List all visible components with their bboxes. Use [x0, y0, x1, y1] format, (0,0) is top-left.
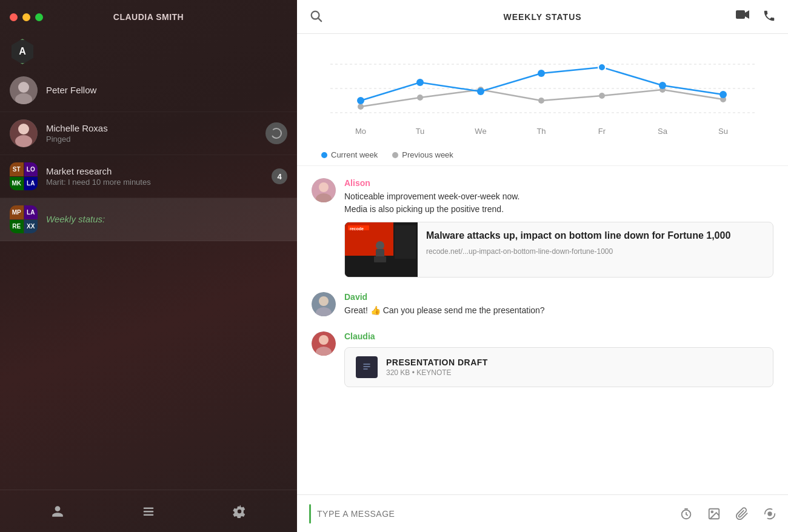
group-cell-2: MK	[10, 177, 24, 191]
svg-text:Sa: Sa	[658, 127, 668, 136]
message-sender-claudia: Claudia	[344, 331, 773, 341]
svg-text:recode: recode	[350, 227, 364, 231]
svg-point-24	[416, 79, 424, 86]
svg-point-27	[598, 64, 606, 71]
menu-icon-button[interactable]	[139, 502, 158, 521]
message-text-david: Great! 👍 Can you please send me the pres…	[344, 304, 773, 317]
svg-point-38	[319, 182, 329, 192]
message-input[interactable]	[317, 509, 672, 519]
traffic-light-red[interactable]	[10, 13, 18, 21]
search-icon[interactable]	[309, 9, 322, 25]
file-info: PRESENTATION DRAFT 320 KB • KEYNOTE	[386, 357, 488, 377]
svg-text:Su: Su	[718, 127, 728, 136]
svg-rect-47	[395, 225, 416, 259]
video-call-icon[interactable]	[736, 9, 750, 25]
contact-name-peter: Peter Fellow	[46, 85, 287, 95]
contact-list: Peter Fellow Michelle Roxas Pinged	[0, 69, 297, 490]
svg-point-29	[720, 91, 727, 98]
paperclip-icon-button[interactable]	[733, 505, 750, 522]
legend-previous: Previous week	[392, 150, 453, 159]
contact-preview-market: Marit: I need 10 more minutes	[46, 178, 272, 187]
contact-item-peter[interactable]: Peter Fellow	[0, 69, 297, 112]
chart-svg: Mo Tu We Th Fr Sa Su	[315, 46, 770, 143]
avatar-alison	[312, 178, 336, 202]
weekly-cell-2: RE	[10, 220, 24, 234]
legend-dot-current	[321, 152, 327, 158]
weekly-cell-3: XX	[24, 220, 38, 234]
svg-text:We: We	[475, 127, 486, 136]
weekly-cell-1: LA	[24, 205, 38, 219]
contact-info-michelle: Michelle Roxas Pinged	[46, 123, 265, 144]
main-content: Mo Tu We Th Fr Sa Su Current week Previo…	[297, 34, 788, 494]
file-meta: 320 KB • KEYNOTE	[386, 368, 488, 377]
contact-name-market: Market research	[46, 166, 272, 176]
message-sender-david: David	[344, 292, 773, 302]
weekly-cell-0: MP	[10, 205, 24, 219]
svg-line-11	[318, 18, 321, 21]
avatar-michelle	[10, 119, 38, 147]
sidebar-header: CLAUDIA SMITH	[0, 0, 297, 34]
main-title: WEEKLY STATUS	[503, 12, 581, 22]
sidebar: CLAUDIA SMITH A Peter Fellow	[0, 0, 297, 532]
svg-rect-46	[374, 256, 386, 262]
user-avatar-bar: A	[0, 34, 297, 69]
main-panel: WEEKLY STATUS	[297, 0, 788, 532]
badge-spinner-michelle	[265, 122, 287, 144]
svg-point-5	[15, 135, 32, 147]
messages-area: Alison Noticeable improvement week-over-…	[297, 166, 788, 414]
header-actions	[736, 9, 776, 25]
badge-market: 4	[272, 168, 287, 184]
message-body-david: David Great! 👍 Can you please send me th…	[344, 292, 773, 317]
svg-rect-8	[144, 511, 154, 512]
group-cell-3: LA	[24, 177, 38, 191]
chart-legend: Current week Previous week	[315, 150, 770, 159]
svg-point-25	[477, 88, 484, 95]
send-spinner-icon-button[interactable]	[761, 505, 778, 522]
contact-item-market[interactable]: ST LO MK LA Market research Marit: I nee…	[0, 155, 297, 198]
message-sender-alison: Alison	[344, 178, 773, 188]
contact-info-market: Market research Marit: I need 10 more mi…	[46, 166, 272, 187]
file-attachment[interactable]: PRESENTATION DRAFT 320 KB • KEYNOTE	[344, 347, 773, 387]
svg-rect-9	[144, 514, 154, 515]
link-preview[interactable]: recode Malware attacks up,	[344, 222, 773, 278]
main-header: WEEKLY STATUS	[297, 0, 788, 34]
person-icon-button[interactable]	[48, 502, 67, 521]
svg-point-20	[599, 93, 605, 99]
chart-area: Mo Tu We Th Fr Sa Su Current week Previo…	[297, 34, 788, 166]
svg-point-59	[768, 512, 772, 516]
svg-point-17	[417, 95, 423, 101]
svg-point-28	[659, 82, 666, 89]
group-cell-0: ST	[10, 162, 24, 176]
avatar-market: ST LO MK LA	[10, 162, 38, 190]
input-border	[309, 504, 311, 524]
contact-item-michelle[interactable]: Michelle Roxas Pinged	[0, 112, 297, 155]
traffic-light-green[interactable]	[35, 13, 43, 21]
svg-point-57	[711, 511, 713, 513]
file-name: PRESENTATION DRAFT	[386, 357, 488, 367]
contact-name-weekly: Weekly status:	[46, 214, 287, 224]
avatar-david	[312, 292, 336, 316]
legend-dot-previous	[392, 152, 398, 158]
file-icon	[356, 356, 378, 378]
contact-preview-michelle: Pinged	[46, 135, 265, 144]
timer-icon-button[interactable]	[678, 505, 695, 522]
settings-icon-button[interactable]	[230, 502, 249, 521]
traffic-light-yellow[interactable]	[22, 13, 30, 21]
svg-point-1	[18, 82, 29, 93]
svg-point-52	[319, 335, 329, 345]
traffic-lights	[10, 13, 43, 21]
svg-point-19	[538, 98, 544, 104]
message-text-alison: Noticeable improvement week-over-week no…	[344, 190, 773, 216]
user-avatar[interactable]: A	[10, 39, 35, 64]
contact-item-weekly[interactable]: MP LA RE XX Weekly status:	[0, 198, 297, 241]
link-url: recode.net/...up-impact-on-bottom-line-d…	[426, 247, 764, 256]
message-row-claudia: Claudia PRESENTATION DRAFT 320	[312, 331, 773, 387]
sidebar-bottom	[0, 490, 297, 532]
svg-rect-7	[144, 507, 154, 508]
phone-icon[interactable]	[763, 9, 776, 25]
svg-rect-12	[736, 10, 745, 19]
svg-text:Mo: Mo	[355, 127, 366, 136]
svg-point-23	[357, 97, 364, 104]
image-icon-button[interactable]	[706, 505, 723, 522]
sidebar-title: CLAUDIA SMITH	[113, 12, 184, 22]
